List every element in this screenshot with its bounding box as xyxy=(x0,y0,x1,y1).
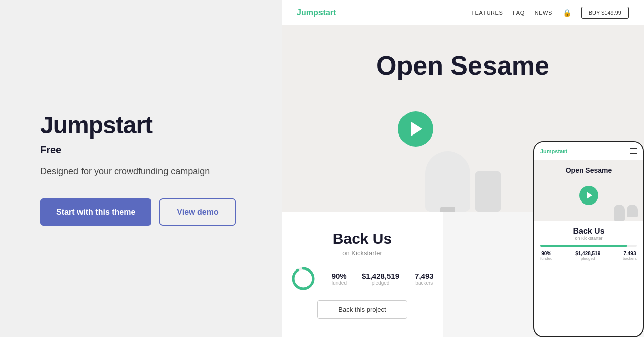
nav-link-faq[interactable]: FAQ xyxy=(513,10,525,16)
mobile-backus: Back Us on Kickstarter 90% funded $1,428… xyxy=(534,221,643,272)
mobile-stat-funded: 90% funded xyxy=(540,251,552,261)
mobile-hero-title: Open Sesame xyxy=(566,166,612,174)
theme-description: Designed for your crowdfunding campaign xyxy=(40,165,242,178)
device-plug xyxy=(425,151,470,212)
mobile-stat-pledged: $1,428,519 pledged xyxy=(575,251,600,261)
stat-backers: 7,493 backers xyxy=(415,272,434,286)
product-area xyxy=(425,151,501,212)
play-icon xyxy=(411,122,422,136)
theme-title: Jumpstart xyxy=(40,111,242,139)
mobile-hero: Open Sesame xyxy=(534,160,643,221)
hamburger-line-2 xyxy=(630,151,637,152)
backers-label: backers xyxy=(415,280,433,286)
nav-link-news[interactable]: NEWS xyxy=(535,10,552,16)
mobile-progress-fill xyxy=(540,245,627,247)
left-panel: Jumpstart Free Designed for your crowdfu… xyxy=(0,0,282,337)
funded-percent: 90% xyxy=(332,272,347,280)
hamburger-line-3 xyxy=(630,153,637,154)
backus-stats: 90% funded $1,428,519 pledged 7,493 back… xyxy=(291,266,433,291)
hamburger-line-1 xyxy=(630,148,637,149)
progress-ring xyxy=(291,266,316,291)
mobile-play-icon xyxy=(587,192,592,199)
backus-subtitle: on Kickstarter xyxy=(342,249,382,257)
theme-price: Free xyxy=(40,144,242,156)
mobile-progress-bar xyxy=(540,245,637,247)
right-panel: Jumpstart FEATURES FAQ NEWS 🔒 BUY $149.9… xyxy=(282,0,644,337)
mobile-play-button[interactable] xyxy=(579,186,598,205)
mobile-phone: Jumpstart Open Sesame xyxy=(533,141,644,337)
stat-funded: 90% funded xyxy=(331,272,347,286)
mobile-funded-label: funded xyxy=(540,256,552,261)
preview-backus: Back Us on Kickstarter 90% funded $1,428… xyxy=(282,212,443,337)
mobile-screen: Jumpstart Open Sesame xyxy=(534,142,643,336)
mobile-backus-subtitle: on Kickstarter xyxy=(575,236,602,241)
desktop-preview: Jumpstart FEATURES FAQ NEWS 🔒 BUY $149.9… xyxy=(282,0,644,337)
mobile-funded-percent: 90% xyxy=(541,251,551,256)
view-demo-button[interactable]: View demo xyxy=(159,198,235,226)
nav-link-features[interactable]: FEATURES xyxy=(471,10,503,16)
device-block xyxy=(475,171,501,212)
mobile-backers-value: 7,493 xyxy=(623,251,636,256)
mobile-nav: Jumpstart xyxy=(534,142,643,160)
preview-navbar: Jumpstart FEATURES FAQ NEWS 🔒 BUY $149.9… xyxy=(282,0,644,25)
mobile-hero-devices xyxy=(614,205,638,221)
back-project-button[interactable]: Back this project xyxy=(317,300,407,319)
button-row: Start with this theme View demo xyxy=(40,198,242,226)
svg-point-1 xyxy=(293,268,313,289)
mobile-backus-title: Back Us xyxy=(573,227,604,236)
buy-button[interactable]: BUY $149.99 xyxy=(581,7,629,19)
funded-label: funded xyxy=(331,280,347,286)
pledged-label: pledged xyxy=(372,280,390,286)
backus-title: Back Us xyxy=(333,230,392,247)
start-theme-button[interactable]: Start with this theme xyxy=(40,198,151,226)
mobile-pledged-label: pledged xyxy=(581,256,595,261)
stat-pledged: $1,428,519 pledged xyxy=(362,272,399,286)
mobile-logo: Jumpstart xyxy=(540,148,567,154)
preview-hero-title: Open Sesame xyxy=(376,50,549,81)
mobile-backers-label: backers xyxy=(623,256,637,261)
mobile-device-small-1 xyxy=(614,205,625,221)
mobile-stat-backers: 7,493 backers xyxy=(623,251,637,261)
pledged-value: $1,428,519 xyxy=(362,272,399,280)
mobile-device-small-2 xyxy=(627,205,638,217)
backers-value: 7,493 xyxy=(415,272,434,280)
hamburger-icon[interactable] xyxy=(630,148,637,154)
preview-nav-links: FEATURES FAQ NEWS 🔒 BUY $149.99 xyxy=(471,7,629,19)
mobile-pledged-value: $1,428,519 xyxy=(575,251,600,256)
play-button[interactable] xyxy=(398,111,433,147)
preview-logo: Jumpstart xyxy=(297,8,336,17)
mobile-stats-row: 90% funded $1,428,519 pledged 7,493 back… xyxy=(540,251,637,261)
lock-icon: 🔒 xyxy=(562,9,571,17)
